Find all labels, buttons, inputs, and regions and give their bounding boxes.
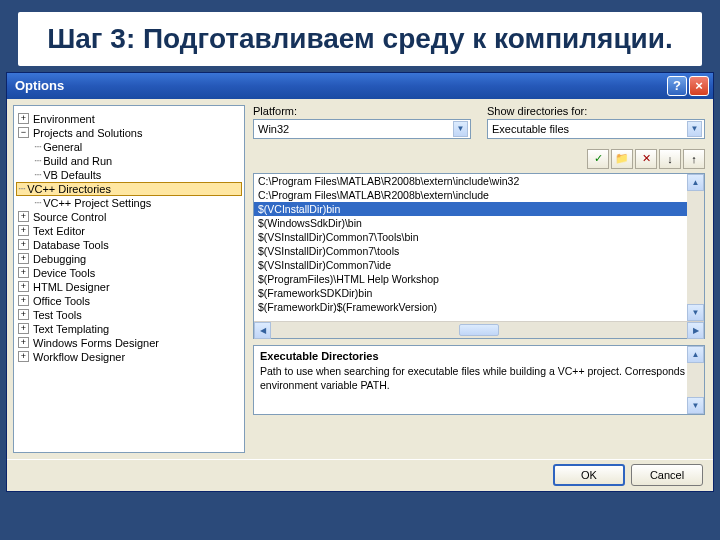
category-tree[interactable]: +Environment−Projects and Solutions····G… [13,105,245,453]
tree-item-label: Environment [33,113,95,125]
description-box: Executable Directories Path to use when … [253,345,705,415]
move-down-button[interactable]: ↓ [659,149,681,169]
directories-list[interactable]: C:\Program Files\MATLAB\R2008b\extern\in… [253,173,705,339]
expand-icon[interactable]: + [18,225,29,236]
tree-item-label: Text Templating [33,323,109,335]
expand-icon[interactable]: + [18,239,29,250]
expand-icon[interactable]: + [18,113,29,124]
scroll-down-icon[interactable]: ▼ [687,304,704,321]
chevron-down-icon: ▼ [687,121,702,137]
titlebar: Options ? × [7,73,713,99]
tree-item-label: Source Control [33,211,106,223]
directory-row[interactable]: $(VSInstallDir)Common7\ide [254,258,704,272]
tree-item-label: VC++ Directories [27,183,111,195]
scroll-thumb[interactable] [459,324,499,336]
expand-icon[interactable]: + [18,267,29,278]
directory-row[interactable]: $(VSInstallDir)Common7\Tools\bin [254,230,704,244]
tree-item[interactable]: +Workflow Designer [16,350,242,364]
expand-icon[interactable]: + [18,295,29,306]
tree-item[interactable]: +Windows Forms Designer [16,336,242,350]
dialog-title: Options [15,78,667,93]
tree-item-label: Build and Run [43,155,112,167]
directory-row[interactable]: $(WindowsSdkDir)\bin [254,216,704,230]
scroll-down-icon[interactable]: ▼ [687,397,704,414]
expand-icon[interactable]: + [18,281,29,292]
tree-item[interactable]: +Test Tools [16,308,242,322]
directory-row[interactable]: C:\Program Files\MATLAB\R2008b\extern\in… [254,188,704,202]
scroll-left-icon[interactable]: ◀ [254,322,271,339]
tree-item-label: Debugging [33,253,86,265]
tree-item[interactable]: ····VC++ Project Settings [16,196,242,210]
move-up-button[interactable]: ↑ [683,149,705,169]
description-title: Executable Directories [260,350,698,362]
directory-row[interactable]: $(ProgramFiles)\HTML Help Workshop [254,272,704,286]
expand-icon[interactable]: + [18,323,29,334]
tree-item-label: Device Tools [33,267,95,279]
tree-item[interactable]: +HTML Designer [16,280,242,294]
platform-value: Win32 [258,123,289,135]
description-text: Path to use when searching for executabl… [260,364,698,392]
tree-item-label: VC++ Project Settings [43,197,151,209]
tree-item-label: Text Editor [33,225,85,237]
check-button[interactable]: ✓ [587,149,609,169]
scroll-right-icon[interactable]: ▶ [687,322,704,339]
directory-row[interactable]: $(FrameworkDir)$(FrameworkVersion) [254,300,704,314]
directory-row[interactable]: $(FrameworkSDKDir)bin [254,286,704,300]
slide-title: Шаг 3: Подготавливаем среду к компиляции… [18,12,702,66]
directory-row[interactable]: $(VSInstallDir)Common7\tools [254,244,704,258]
expand-icon[interactable]: + [18,351,29,362]
platform-select[interactable]: Win32 ▼ [253,119,471,139]
tree-item-label: HTML Designer [33,281,110,293]
tree-connector: ···· [34,169,41,180]
tree-connector: ···· [34,141,41,152]
tree-connector: ···· [18,183,25,194]
tree-item[interactable]: +Office Tools [16,294,242,308]
platform-label: Platform: [253,105,471,117]
tree-item[interactable]: +Text Templating [16,322,242,336]
tree-item[interactable]: −Projects and Solutions [16,126,242,140]
chevron-down-icon: ▼ [453,121,468,137]
scroll-up-icon[interactable]: ▲ [687,174,704,191]
tree-item-label: Workflow Designer [33,351,125,363]
tree-item[interactable]: ····VB Defaults [16,168,242,182]
tree-item[interactable]: +Database Tools [16,238,242,252]
right-panel: Platform: Win32 ▼ Show directories for: … [245,99,713,459]
cancel-button[interactable]: Cancel [631,464,703,486]
tree-item[interactable]: +Text Editor [16,224,242,238]
scroll-up-icon[interactable]: ▲ [687,346,704,363]
showdir-select[interactable]: Executable files ▼ [487,119,705,139]
collapse-icon[interactable]: − [18,127,29,138]
tree-connector: ···· [34,197,41,208]
tree-item[interactable]: +Environment [16,112,242,126]
tree-item-label: Database Tools [33,239,109,251]
tree-item[interactable]: +Device Tools [16,266,242,280]
ok-button[interactable]: OK [553,464,625,486]
tree-item[interactable]: +Debugging [16,252,242,266]
tree-item-label: Projects and Solutions [33,127,142,139]
new-line-button[interactable]: 📁 [611,149,633,169]
vertical-scrollbar[interactable]: ▲ ▼ [687,174,704,321]
showdir-label: Show directories for: [487,105,705,117]
tree-item-label: Windows Forms Designer [33,337,159,349]
expand-icon[interactable]: + [18,253,29,264]
showdir-value: Executable files [492,123,569,135]
delete-button[interactable]: ✕ [635,149,657,169]
tree-item-label: Test Tools [33,309,82,321]
tree-item-label: Office Tools [33,295,90,307]
desc-scrollbar[interactable]: ▲ ▼ [687,346,704,414]
tree-item[interactable]: ····VC++ Directories [16,182,242,196]
horizontal-scrollbar[interactable]: ◀ ▶ [254,321,704,338]
expand-icon[interactable]: + [18,309,29,320]
directory-row[interactable]: $(VCInstallDir)bin [254,202,704,216]
tree-item[interactable]: +Source Control [16,210,242,224]
expand-icon[interactable]: + [18,337,29,348]
tree-item[interactable]: ····Build and Run [16,154,242,168]
tree-item-label: General [43,141,82,153]
tree-item[interactable]: ····General [16,140,242,154]
tree-connector: ···· [34,155,41,166]
close-button[interactable]: × [689,76,709,96]
directory-row[interactable]: C:\Program Files\MATLAB\R2008b\extern\in… [254,174,704,188]
path-toolbar: ✓ 📁 ✕ ↓ ↑ [253,149,705,169]
help-button[interactable]: ? [667,76,687,96]
expand-icon[interactable]: + [18,211,29,222]
